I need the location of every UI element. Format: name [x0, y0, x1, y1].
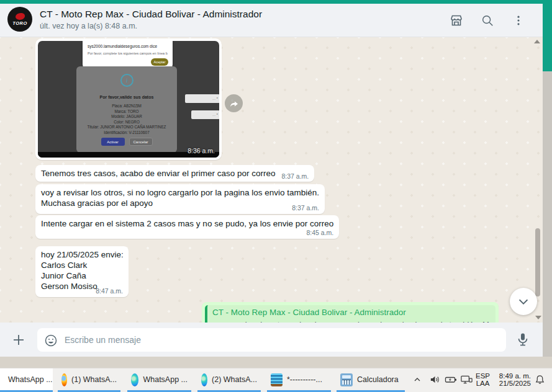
tray-time: 8:49 a. m. — [499, 372, 531, 380]
taskbar-button-whatsapp-active[interactable]: WhatsApp ... — [0, 368, 53, 391]
search-icon[interactable] — [479, 12, 495, 29]
tray-notifications-bell-icon[interactable] — [535, 368, 545, 391]
image-thumbnail[interactable]: sys2000.lamundialdeseguros.com dice Por … — [38, 41, 219, 158]
message-input[interactable] — [37, 328, 506, 352]
windows-taskbar: WhatsApp ... (1) WhatsA... WhatsApp ... … — [0, 368, 552, 392]
avatar-logo-text: TORO — [12, 20, 27, 26]
screenshot-browser-dialog: sys2000.lamundialdeseguros.com dice Por … — [83, 41, 173, 69]
taskbar-button-whatsapp-edge[interactable]: WhatsApp ... — [127, 368, 191, 391]
info-icon: i — [120, 74, 133, 87]
message-text: voy a revisar los otros, si no logro car… — [41, 188, 319, 208]
chat-title[interactable]: CT - Moto Rep Max - Ciudad Bolivar - Adm… — [40, 9, 262, 20]
background-window-green-edge — [543, 4, 552, 71]
screenshot-form-fragment: … * — [191, 110, 219, 119]
edge-icon — [131, 373, 138, 386]
screenshot-cancelar-button: Cancelar — [129, 138, 153, 146]
screen: TORO CT - Moto Rep Max - Ciudad Bolivar … — [0, 0, 552, 392]
screenshot-form-fragment: … * — [185, 94, 219, 103]
message-bubble: Intente cargar en el sistema 2 casos mas… — [35, 215, 339, 239]
avatar-logo-shape — [16, 13, 25, 20]
message-timestamp: 8:37 a.m. — [292, 204, 319, 212]
screenshot-activar-button: Activar — [101, 138, 125, 146]
screenshot-vehicle-details: Placa: AB2N15M Marca: TORO Modelo: JAGUA… — [76, 104, 177, 136]
scrollbar-up-arrow[interactable] — [534, 40, 540, 43]
taskbar-button-notepad[interactable]: *----------... — [267, 368, 331, 391]
message-timestamp: 8:47 a.m. — [96, 287, 123, 295]
screenshot-validation-modal: i Por favor,valide sus datos Placa: AB2N… — [76, 66, 177, 153]
conversation-panel[interactable]: sys2000.lamundialdeseguros.com dice Por … — [0, 37, 543, 323]
tray-date: 21/5/2025 — [499, 380, 531, 387]
edge-icon — [201, 373, 207, 386]
screenshot-modal-title: Por favor,valide sus datos — [76, 95, 177, 99]
message-text: hoy 21/05/2025 envie: Carlos Clark Junio… — [41, 250, 124, 291]
quoted-message-block[interactable]: CT - Moto Rep Max - Ciudad Bolivar - Adm… — [205, 305, 495, 323]
chat-header: TORO CT - Moto Rep Max - Ciudad Bolivar … — [0, 4, 543, 37]
outgoing-message-bubble: CT - Moto Rep Max - Ciudad Bolivar - Adm… — [202, 302, 499, 323]
message-timestamp: 8:36 a.m. — [188, 147, 215, 154]
screenshot-accept-button: Aceptar — [151, 58, 168, 66]
screenshot-dialog-origin: sys2000.lamundialdeseguros.com dice — [88, 44, 157, 48]
message-bubble: hoy 21/05/2025 envie: Carlos Clark Junio… — [35, 246, 129, 297]
taskbar-button-whatsapp-edge-2[interactable]: (2) WhatsA... — [197, 368, 261, 391]
tray-speaker-icon[interactable] — [429, 368, 441, 391]
microphone-icon[interactable] — [515, 332, 530, 348]
firefox-icon — [61, 373, 67, 386]
taskbar-button-calculator[interactable]: Calculadora — [337, 368, 405, 391]
tray-battery-icon[interactable] — [445, 368, 457, 391]
image-message-bubble: sys2000.lamundialdeseguros.com dice Por … — [35, 38, 222, 160]
scrollbar-down-arrow[interactable] — [535, 316, 541, 319]
group-avatar[interactable]: TORO — [7, 7, 32, 32]
last-seen-status: últ. vez hoy a la(s) 8:48 a.m. — [40, 22, 137, 30]
scrollbar-thumb[interactable] — [535, 228, 540, 296]
attach-plus-icon[interactable] — [10, 331, 27, 349]
message-bubble: voy a revisar los otros, si no logro car… — [35, 184, 325, 214]
tray-network-icon[interactable] — [460, 368, 473, 391]
forward-message-button[interactable] — [225, 94, 243, 112]
screenshot-dialog-body: Por favor, complete los siguientes campo… — [88, 51, 168, 55]
message-timestamp: 8:37 a.m. — [281, 172, 309, 180]
message-timestamp: 8:45 a.m. — [306, 229, 333, 236]
composer-bar — [0, 323, 543, 357]
desktop-gap-strip — [0, 357, 552, 368]
tray-language-indicator[interactable]: ESPLAA — [476, 368, 490, 391]
calculator-icon — [340, 373, 353, 386]
storefront-icon[interactable] — [448, 12, 464, 29]
background-window-gray-edge — [543, 71, 552, 368]
tray-clock[interactable]: 8:49 a. m.21/5/2025 — [495, 368, 531, 391]
message-bubble: Tenemos tres casos, acabo de enviar el p… — [35, 165, 314, 182]
notepad-icon — [271, 373, 283, 386]
tray-chevron-up-icon[interactable] — [412, 368, 422, 391]
message-text: Tenemos tres casos, acabo de enviar el p… — [41, 169, 275, 178]
menu-kebab-icon[interactable] — [510, 12, 527, 29]
quoted-author: CT - Moto Rep Max - Ciudad Bolivar - Adm… — [212, 308, 491, 317]
scroll-to-bottom-button[interactable] — [510, 288, 537, 315]
emoji-icon[interactable] — [43, 333, 58, 348]
message-text: Intente cargar en el sistema 2 casos mas… — [41, 219, 333, 228]
taskbar-button-whatsapp-firefox[interactable]: (1) WhatsA... — [58, 368, 120, 391]
